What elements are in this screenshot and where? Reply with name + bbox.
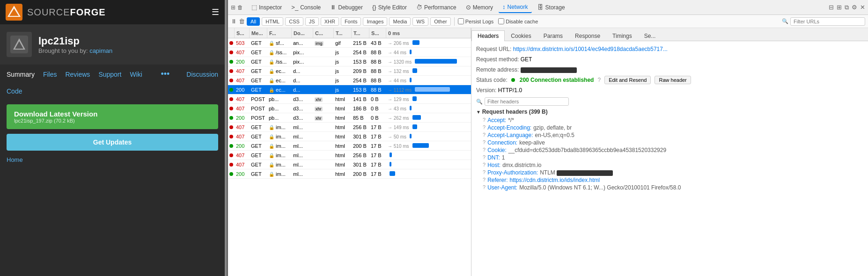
tab-network[interactable]: ↕ Network <box>499 1 532 13</box>
download-button[interactable]: Download Latest Version lpc21isp_197.zip… <box>7 104 218 129</box>
clear-icon[interactable]: 🗑 <box>239 18 245 25</box>
filter-xhr-button[interactable]: XHR <box>321 17 339 26</box>
persist-logs-checkbox[interactable] <box>458 18 464 24</box>
settings-icon[interactable]: ⚙ <box>852 4 857 11</box>
sidebar-item-summary[interactable]: Summary <box>7 71 35 78</box>
header-name: Accept-Encoding: <box>487 124 531 131</box>
tab-console[interactable]: >_ Console <box>287 2 324 13</box>
filter-js-button[interactable]: JS <box>305 17 319 26</box>
header-value: NTLM <box>540 169 613 176</box>
details-tab-params[interactable]: Params <box>537 30 569 41</box>
table-row[interactable]: 407 POST pb... d3... xhr html 141 B 0 B … <box>228 94 471 104</box>
edit-resend-button[interactable]: Edit and Resend <box>604 76 651 84</box>
help-icon[interactable]: ? <box>483 154 485 160</box>
sidebar-item-reviews[interactable]: Reviews <box>65 71 90 78</box>
table-row[interactable]: 407 GET 🔒 /ss... pix... js 254 B 88 B → … <box>228 48 471 57</box>
status-dot-icon <box>511 78 515 82</box>
filter-all-button[interactable]: All <box>247 17 260 26</box>
details-tab-timings[interactable]: Timings <box>606 30 638 41</box>
brand-source: SOURCE <box>27 7 70 17</box>
filter-ws-button[interactable]: WS <box>412 17 428 26</box>
home-link[interactable]: Home <box>0 153 225 167</box>
get-updates-button[interactable]: Get Updates <box>7 134 218 151</box>
filter-html-button[interactable]: HTML <box>262 17 283 26</box>
persist-logs-check[interactable]: Persist Logs <box>458 18 494 24</box>
sidebar-item-wiki[interactable]: Wiki <box>130 71 142 78</box>
table-row[interactable]: 200 GET 🔒 /ss... pix... js 153 B 88 B → … <box>228 57 471 66</box>
table-row[interactable]: 407 GET 🔒 im... ml... html 256 B 17 B <box>228 151 471 160</box>
filter-images-button[interactable]: Images <box>363 17 387 26</box>
sidebar-item-discussion[interactable]: Discussion <box>186 71 218 78</box>
header-row: ? Accept-Language: en-US,en;q=0.5 <box>476 132 863 138</box>
help-icon[interactable]: ? <box>483 162 485 167</box>
filter-headers-input[interactable] <box>485 97 569 106</box>
responsive-design-icon[interactable]: ⊞ <box>231 4 235 11</box>
tab-style-editor[interactable]: {} Style Editor <box>368 2 411 13</box>
raw-header-button[interactable]: Raw header <box>655 76 691 84</box>
request-headers-title[interactable]: Request headers (399 B) <box>476 109 863 115</box>
table-row[interactable]: 407 GET 🔒 im... ml... html 301 B 17 B → … <box>228 132 471 141</box>
header-name: Accept-Language: <box>487 132 533 138</box>
help-icon[interactable]: ? <box>483 177 485 182</box>
table-row[interactable]: 407 POST pb... d3... xhr html 186 B 0 B … <box>228 104 471 113</box>
dock-bottom-icon[interactable]: ⊟ <box>829 4 834 11</box>
filter-url-input[interactable] <box>790 17 865 26</box>
table-row[interactable]: 200 GET 🔒 im... ml... html 200 B 17 B <box>228 169 471 179</box>
table-row[interactable]: 503 GET 🔒 sf... an... img gif 215 B 43 B… <box>228 38 471 48</box>
help-icon[interactable]: ? <box>483 132 485 138</box>
header-name: User-Agent: <box>487 184 517 191</box>
sidebar-item-support[interactable]: Support <box>98 71 121 78</box>
pause-icon[interactable]: ⏸ <box>231 18 237 25</box>
tab-memory[interactable]: ⊙ Memory <box>462 2 497 13</box>
trash-icon[interactable]: 🗑 <box>237 4 243 11</box>
request-url-value: https://dmx.districtm.io/s/10014/ec94ed9… <box>513 46 668 52</box>
col-icon <box>228 28 235 38</box>
undock-icon[interactable]: ⧉ <box>845 4 849 11</box>
disable-cache-check[interactable]: Disable cache <box>498 18 538 24</box>
filter-css-button[interactable]: CSS <box>285 17 303 26</box>
sidebar-item-code[interactable]: Code <box>7 87 22 95</box>
disable-cache-checkbox[interactable] <box>498 18 504 24</box>
help-icon[interactable]: ? <box>483 117 485 123</box>
header-value: Mozilla/5.0 (Windows NT 6.1; W...) Gecko… <box>519 184 681 191</box>
table-row[interactable]: 200 POST pb... d3... xhr html 85 B 0 B →… <box>228 113 471 123</box>
header-value: __cfduid=dc6253ddb7bda8b3896365ccbb9ea45… <box>508 147 666 153</box>
filter-fonts-button[interactable]: Fonts <box>341 17 361 26</box>
hamburger-menu-icon[interactable]: ☰ <box>212 7 219 17</box>
close-devtools-icon[interactable]: ✕ <box>860 4 865 11</box>
details-tab-response[interactable]: Response <box>569 30 606 41</box>
status-code-value: 200 Connection established <box>520 77 594 83</box>
header-link[interactable]: https://cdn.districtm.io/ids/index.html <box>509 177 600 183</box>
filter-other-button[interactable]: Other <box>430 17 451 26</box>
help-icon[interactable]: ? <box>483 147 485 153</box>
col-status: S... <box>235 28 250 38</box>
tab-debugger[interactable]: ⏸ Debugger <box>326 2 367 13</box>
help-icon[interactable]: ? <box>483 169 485 175</box>
help-icon[interactable]: ? <box>597 77 601 83</box>
help-icon[interactable]: ? <box>483 124 485 130</box>
details-tab-headers[interactable]: Headers <box>471 30 505 41</box>
table-row[interactable]: 200 GET 🔒 ec... d... js 153 B 88 B → 111… <box>228 85 471 94</box>
table-row[interactable]: 407 GET 🔒 im... ml... html 301 B 17 B <box>228 160 471 169</box>
nav-more-button[interactable]: ••• <box>161 69 169 79</box>
sidebar-item-files[interactable]: Files <box>43 71 57 78</box>
tab-inspector[interactable]: ⬚ Inspector <box>248 2 286 13</box>
debugger-label: Debugger <box>338 4 363 11</box>
tab-storage[interactable]: 🗄 Storage <box>534 2 569 13</box>
table-row[interactable]: 407 GET 🔒 im... ml... html 256 B 17 B → … <box>228 123 471 132</box>
header-row: ? Proxy-Authorization: NTLM <box>476 169 863 176</box>
table-row[interactable]: 407 GET 🔒 ec... d... js 209 B 88 B → 132… <box>228 66 471 76</box>
help-icon[interactable]: ? <box>483 184 485 190</box>
details-tab-cookies[interactable]: Cookies <box>505 30 537 41</box>
table-row[interactable]: 407 GET 🔒 ec... d... js 254 B 88 B → 44 … <box>228 76 471 85</box>
table-row[interactable]: 200 GET 🔒 im... ml... html 200 B 17 B → … <box>228 141 471 151</box>
filter-media-button[interactable]: Media <box>389 17 411 26</box>
tab-performance[interactable]: ⏱ Performance <box>412 2 460 13</box>
details-tab-security[interactable]: Se... <box>638 30 662 41</box>
dock-right-icon[interactable]: ⊞ <box>837 4 842 11</box>
performance-icon: ⏱ <box>416 4 422 11</box>
col-transferred: T... <box>352 28 369 38</box>
project-author-link[interactable]: capiman <box>89 47 112 54</box>
help-icon[interactable]: ? <box>483 139 485 145</box>
header-row: ? Host: dmx.districtm.io <box>476 162 863 168</box>
